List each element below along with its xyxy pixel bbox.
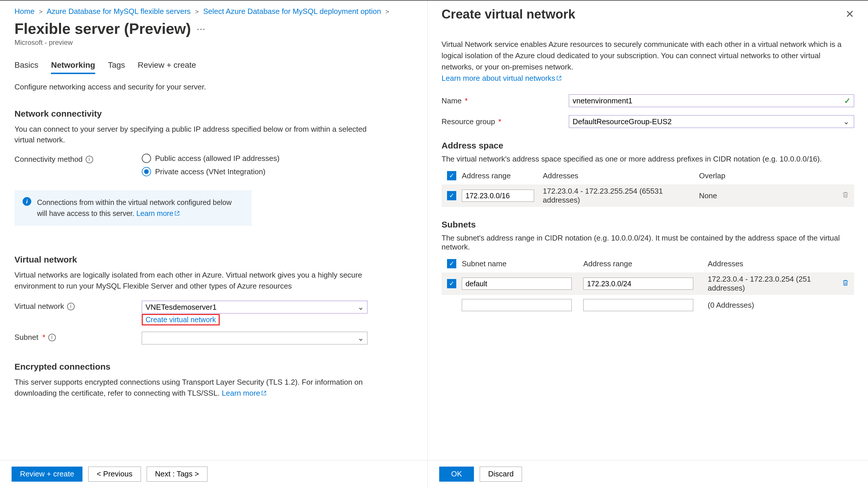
col-overlap: Overlap <box>699 171 837 180</box>
previous-button[interactable]: < Previous <box>88 466 141 482</box>
col-subnet-addresses: Addresses <box>708 260 837 268</box>
address-space-desc: The virtual network's address space spec… <box>441 155 854 163</box>
subnet-select-all-checkbox[interactable]: ✓ <box>447 259 456 268</box>
subnet-row: ✓ 172.23.0.4 - 172.23.0.254 (251 address… <box>441 272 854 295</box>
col-subnet-range: Address range <box>583 260 699 268</box>
info-box-learn-more[interactable]: Learn more <box>136 209 180 217</box>
encrypted-connections-heading: Encrypted connections <box>14 362 413 372</box>
page-subtitle: Microsoft - preview <box>14 38 413 47</box>
subnets-heading: Subnets <box>441 220 854 230</box>
breadcrumb-home[interactable]: Home <box>14 7 34 16</box>
network-connectivity-heading: Network connectivity <box>14 109 413 119</box>
radio-public-label: Public access (allowed IP addresses) <box>155 154 279 163</box>
tab-review[interactable]: Review + create <box>138 60 196 74</box>
tabs: Basics Networking Tags Review + create <box>14 60 413 74</box>
address-space-heading: Address space <box>441 141 854 151</box>
tab-basics[interactable]: Basics <box>14 60 38 74</box>
breadcrumb-deployment[interactable]: Select Azure Database for MySQL deployme… <box>203 7 381 16</box>
subnet-row-addresses: 172.23.0.4 - 172.23.0.254 (251 addresses… <box>708 275 837 293</box>
create-virtual-network-link[interactable]: Create virtual network <box>142 314 220 325</box>
close-icon[interactable]: ✕ <box>845 8 854 20</box>
radio-private-label: Private access (VNet Integration) <box>155 167 266 176</box>
address-space-row: ✓ 172.23.0.4 - 172.23.255.254 (65531 add… <box>441 184 854 207</box>
left-footer: Review + create < Previous Next : Tags > <box>0 460 427 487</box>
subnet-name-input[interactable] <box>462 278 572 290</box>
subnet-row-empty-addresses: (0 Addresses) <box>708 301 837 310</box>
info-icon[interactable]: i <box>48 334 56 341</box>
trash-icon[interactable] <box>842 192 849 200</box>
external-link-icon <box>556 73 562 78</box>
info-box-text: Connections from within the virtual netw… <box>37 198 232 217</box>
subnet-range-input[interactable] <box>583 278 693 290</box>
subnets-desc: The subnet's address range in CIDR notat… <box>441 234 854 251</box>
radio-public-access[interactable]: Public access (allowed IP addresses) <box>142 154 279 163</box>
valid-check-icon: ✓ <box>844 96 850 105</box>
encrypted-connections-desc: This server supports encrypted connectio… <box>14 377 379 399</box>
subnet-row-checkbox[interactable]: ✓ <box>447 279 456 288</box>
connectivity-method-label: Connectivity method i <box>14 154 142 164</box>
breadcrumb: Home > Azure Database for MySQL flexible… <box>14 7 413 16</box>
panel-title: Create virtual network <box>441 7 575 22</box>
address-row-checkbox[interactable]: ✓ <box>447 191 456 200</box>
address-row-overlap: None <box>699 191 837 200</box>
network-connectivity-desc: You can connect to your server by specif… <box>14 124 379 146</box>
external-link-icon <box>175 208 180 213</box>
virtual-network-desc: Virtual networks are logically isolated … <box>14 270 379 292</box>
networking-intro: Configure networking access and security… <box>14 82 379 93</box>
subnet-name-input-empty[interactable] <box>462 299 572 311</box>
col-address-range: Address range <box>462 171 543 180</box>
subnet-row-empty: (0 Addresses) <box>441 299 854 311</box>
radio-icon <box>142 167 151 176</box>
subnet-select[interactable] <box>142 332 368 344</box>
virtual-network-heading: Virtual network <box>14 255 413 265</box>
review-create-button[interactable]: Review + create <box>11 466 83 482</box>
radio-private-access[interactable]: Private access (VNet Integration) <box>142 167 279 176</box>
page-title: Flexible server (Preview) <box>14 20 191 37</box>
col-subnet-name: Subnet name <box>462 260 578 268</box>
virtual-network-label: Virtual network i <box>14 301 142 311</box>
discard-button[interactable]: Discard <box>480 466 522 482</box>
panel-desc: Virtual Network service enables Azure re… <box>441 39 854 84</box>
radio-icon <box>142 154 151 163</box>
external-link-icon <box>261 388 267 393</box>
next-button[interactable]: Next : Tags > <box>147 466 208 482</box>
info-icon[interactable]: i <box>86 156 93 163</box>
col-addresses: Addresses <box>543 171 699 180</box>
tab-tags[interactable]: Tags <box>108 60 125 74</box>
more-actions-button[interactable]: ··· <box>197 24 206 34</box>
resource-group-select[interactable] <box>569 115 854 128</box>
address-row-addresses: 172.23.0.4 - 172.23.255.254 (65531 addre… <box>543 187 699 205</box>
breadcrumb-servers[interactable]: Azure Database for MySQL flexible server… <box>46 7 191 16</box>
vnet-name-input[interactable] <box>569 94 854 107</box>
info-icon[interactable]: i <box>67 303 75 310</box>
right-footer: OK Discard <box>428 460 868 487</box>
encrypted-learn-more[interactable]: Learn more <box>222 389 267 397</box>
address-select-all-checkbox[interactable]: ✓ <box>447 171 456 180</box>
ok-button[interactable]: OK <box>439 466 474 482</box>
virtual-network-select[interactable] <box>142 301 368 313</box>
vnet-name-label: Name * <box>441 96 569 105</box>
resource-group-label: Resource group * <box>441 117 569 126</box>
tab-networking[interactable]: Networking <box>51 60 95 74</box>
subnet-range-input-empty[interactable] <box>583 299 693 311</box>
panel-learn-more-link[interactable]: Learn more about virtual networks <box>441 74 562 83</box>
info-icon: i <box>23 197 31 206</box>
trash-icon[interactable] <box>842 280 849 288</box>
address-range-input[interactable] <box>462 190 534 202</box>
subnet-label: Subnet* i <box>14 332 142 342</box>
info-box: i Connections from within the virtual ne… <box>14 190 252 226</box>
